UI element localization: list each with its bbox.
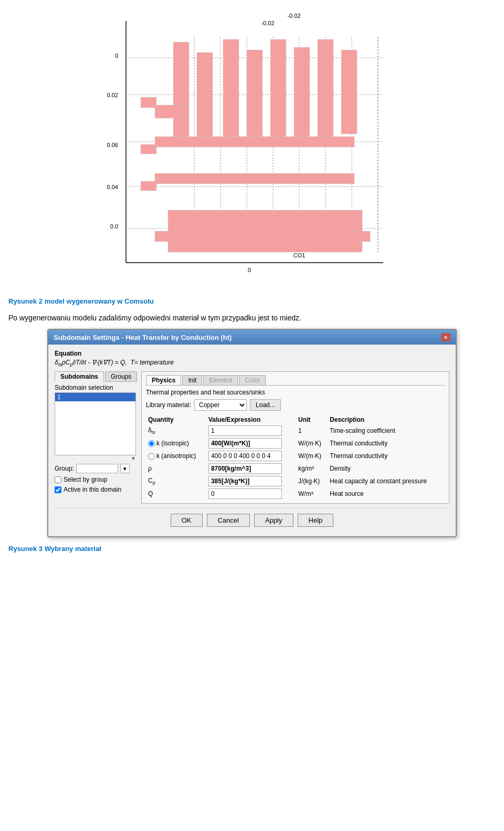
tab-init[interactable]: Init xyxy=(182,375,202,385)
caption-rysunek2-text: Rysunek 2 model wygenerowany w Comsolu xyxy=(8,297,154,305)
input-cp[interactable] xyxy=(208,476,282,486)
tab-element-label: Element xyxy=(209,377,232,384)
tab-subdomains-label: Subdomains xyxy=(60,373,98,380)
tab-physics[interactable]: Physics xyxy=(146,375,181,385)
group-select-button[interactable]: ▼ xyxy=(120,464,130,473)
subdomain-tabs: Subdomains Groups xyxy=(55,371,136,382)
svg-rect-37 xyxy=(354,231,370,242)
quantity-q: Q xyxy=(146,487,206,500)
col-quantity: Quantity xyxy=(146,415,206,424)
table-row: Q W/m³ Heat source xyxy=(146,487,445,500)
physics-tabs: Physics Init Element Color xyxy=(146,375,445,386)
tab-color-label: Color xyxy=(245,377,260,384)
cancel-button-label: Cancel xyxy=(218,516,239,524)
k-aniso-radio[interactable] xyxy=(148,453,155,460)
value-cell-cp xyxy=(206,475,296,487)
unit-rho: kg/m³ xyxy=(296,462,328,475)
load-button-label: Load... xyxy=(256,401,275,409)
value-cell-k-aniso xyxy=(206,450,296,462)
apply-button-label: Apply xyxy=(265,516,282,524)
quantity-k-aniso: k (anisotropic) xyxy=(146,450,206,462)
dialog-main: Subdomains Groups Subdomain selection 1 xyxy=(55,371,449,504)
load-button[interactable]: Load... xyxy=(250,399,281,411)
ok-button[interactable]: OK xyxy=(171,514,203,527)
subdomain-listbox[interactable]: 1 xyxy=(55,392,136,455)
subdomain-panel: Subdomains Groups Subdomain selection 1 xyxy=(55,371,136,504)
quantity-delta-ts: δts xyxy=(146,424,206,437)
k-iso-radio-label: k (isotropic) xyxy=(148,440,204,447)
properties-table: Quantity Value/Expression Unit Descripti… xyxy=(146,415,445,500)
library-row: Library material: Copper Load... xyxy=(146,399,445,411)
input-k-iso[interactable] xyxy=(208,438,282,449)
group-input[interactable] xyxy=(76,464,118,473)
unit-delta-ts: 1 xyxy=(296,424,328,437)
desc-rho: Density xyxy=(328,462,445,475)
apply-button[interactable]: Apply xyxy=(254,514,293,527)
body-text: Po wygenerowaniu modelu zadaliśmy odpowi… xyxy=(0,309,504,329)
dialog-close-button[interactable]: × xyxy=(441,333,450,341)
k-iso-radio[interactable] xyxy=(148,440,155,447)
quantity-cp: Cp xyxy=(146,475,206,487)
quantity-k-iso: k (isotropic) xyxy=(146,437,206,450)
group-row: Group: ▼ xyxy=(55,464,136,473)
desc-cp: Heat capacity at constant pressure xyxy=(328,475,445,487)
value-cell-rho xyxy=(206,462,296,475)
svg-rect-27 xyxy=(197,53,213,137)
input-q[interactable] xyxy=(208,489,282,499)
tab-subdomains[interactable]: Subdomains xyxy=(55,371,104,382)
svg-text:-0.02: -0.02 xyxy=(287,13,300,19)
svg-rect-38 xyxy=(141,97,156,108)
svg-rect-36 xyxy=(155,231,176,242)
svg-rect-26 xyxy=(155,105,189,118)
tab-groups[interactable]: Groups xyxy=(105,371,137,382)
quantity-rho: ρ xyxy=(146,462,206,475)
svg-text:0.0: 0.0 xyxy=(110,223,118,230)
select-by-group-label: Select by group xyxy=(64,476,107,483)
desc-k-iso: Thermal conductivity xyxy=(328,437,445,450)
unit-k-iso: W/(m·K) xyxy=(296,437,328,450)
tab-element[interactable]: Element xyxy=(203,375,238,385)
scroll-arrow-down: ▼ xyxy=(55,455,136,461)
desc-k-aniso: Thermal conductivity xyxy=(328,450,445,462)
unit-cp: J/(kg·K) xyxy=(296,475,328,487)
table-row: k (anisotropic) W/(m·K) Thermal conducti… xyxy=(146,450,445,462)
svg-rect-40 xyxy=(141,181,156,191)
input-rho[interactable] xyxy=(208,463,282,474)
thermal-header: Thermal properties and heat sources/sink… xyxy=(146,389,445,396)
unit-k-aniso: W/(m·K) xyxy=(296,450,328,462)
table-row: δts 1 Time-scaling coefficient xyxy=(146,424,445,437)
desc-q: Heat source xyxy=(328,487,445,500)
svg-text:0.02: 0.02 xyxy=(107,92,118,98)
caption-rysunek2: Rysunek 2 model wygenerowany w Comsolu xyxy=(0,294,504,309)
svg-rect-39 xyxy=(141,144,156,154)
input-delta-ts[interactable] xyxy=(208,425,282,436)
subdomain-selection-label: Subdomain selection xyxy=(55,384,136,391)
svg-text:0.04: 0.04 xyxy=(107,184,118,190)
tab-groups-label: Groups xyxy=(111,373,131,380)
unit-q: W/m³ xyxy=(296,487,328,500)
table-row: Cp J/(kg·K) Heat capacity at constant pr… xyxy=(146,475,445,487)
library-material-select[interactable]: Copper xyxy=(194,399,247,411)
cancel-button[interactable]: Cancel xyxy=(207,514,250,527)
subdomain-settings-dialog: Subdomain Settings - Heat Transfer by Co… xyxy=(47,329,457,537)
svg-rect-31 xyxy=(294,47,310,137)
equation-section: Equation δtsρCp∂T/∂t - ∇·(k∇T) = Q, T= t… xyxy=(55,350,449,367)
value-cell-q xyxy=(206,487,296,500)
k-aniso-radio-label: k (anisotropic) xyxy=(148,452,204,460)
col-unit: Unit xyxy=(296,415,328,424)
k-aniso-label: k (anisotropic) xyxy=(156,452,196,460)
svg-text:CO1: CO1 xyxy=(293,252,306,258)
input-k-aniso[interactable] xyxy=(208,451,282,461)
subdomain-item-1[interactable]: 1 xyxy=(55,393,135,401)
select-by-group-checkbox[interactable] xyxy=(55,476,61,483)
active-in-domain-checkbox[interactable] xyxy=(55,486,61,493)
svg-rect-24 xyxy=(168,210,362,252)
dialog-footer: OK Cancel Apply Help xyxy=(55,508,449,531)
help-button[interactable]: Help xyxy=(298,514,334,527)
help-button-label: Help xyxy=(309,516,323,524)
tab-color[interactable]: Color xyxy=(239,375,266,385)
diagram-svg: -0.02 -0.02 0 0.02 0.06 0.04 0.0 0 CO1 xyxy=(68,11,436,284)
svg-text:0: 0 xyxy=(248,267,251,273)
group-label: Group: xyxy=(55,465,74,472)
diagram-area: -0.02 -0.02 0 0.02 0.06 0.04 0.0 0 CO1 xyxy=(0,0,504,294)
